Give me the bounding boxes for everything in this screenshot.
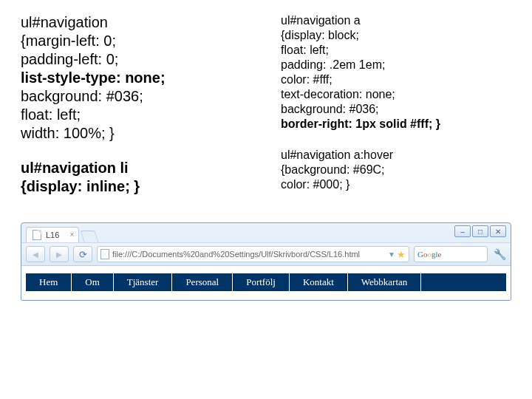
css-line: background: #036; <box>281 102 511 117</box>
nav-item-om[interactable]: Om <box>72 273 114 291</box>
nav-item-hem[interactable]: Hem <box>26 273 72 291</box>
window-minimize-button[interactable]: – <box>454 225 471 237</box>
css-line: {background: #69C; <box>281 163 511 177</box>
css-line: color: #000; } <box>281 177 511 192</box>
forward-button[interactable]: ► <box>50 246 69 262</box>
nav-item-personal[interactable]: Personal <box>172 273 233 291</box>
close-tab-icon[interactable]: × <box>70 231 75 239</box>
css-line: padding-left: 0; <box>21 50 251 69</box>
nav-item-portfolj[interactable]: Portfölj <box>233 273 290 291</box>
css-line: float: left; <box>21 106 251 124</box>
nav-item-tjanster[interactable]: Tjänster <box>114 273 173 291</box>
bookmark-star-icon[interactable]: ★ <box>397 249 406 260</box>
css-line: {display: block; <box>281 28 511 43</box>
css-selector: ul#navigation <box>21 13 251 32</box>
page-icon <box>100 249 109 259</box>
browser-toolbar: ◄ ► ⟳ file:///C:/Documents%20and%20Setti… <box>21 242 511 266</box>
css-selector: ul#navigation a:hover <box>281 148 511 163</box>
css-selector: ul#navigation a <box>281 13 511 28</box>
back-button[interactable]: ◄ <box>26 246 45 262</box>
css-line: border-right: 1px solid #fff; } <box>281 117 511 132</box>
browser-window: L16 × – □ ✕ ◄ ► ⟳ file:///C:/Documents%2… <box>21 222 511 301</box>
css-line: list-style-type: none; <box>21 69 251 87</box>
url-text: file:///C:/Documents%20and%20Settings/Ul… <box>112 250 386 259</box>
css-line: width: 100%; } <box>21 124 251 143</box>
new-tab-button[interactable] <box>81 231 99 242</box>
css-selector: ul#navigation li <box>21 159 251 177</box>
tab-title: L16 <box>46 231 59 239</box>
css-line: {margin-left: 0; <box>21 32 251 50</box>
css-line: text-decoration: none; <box>281 87 511 102</box>
window-maximize-button[interactable]: □ <box>472 225 488 237</box>
css-line: padding: .2em 1em; <box>281 58 511 72</box>
browser-tab[interactable]: L16 × <box>26 227 79 242</box>
nav-item-webbkartan[interactable]: Webbkartan <box>348 273 421 291</box>
search-box[interactable]: Google <box>414 246 488 262</box>
address-bar[interactable]: file:///C:/Documents%20and%20Settings/Ul… <box>97 246 409 262</box>
wrench-menu-icon[interactable]: 🔧 <box>494 248 506 260</box>
navigation-menu: Hem Om Tjänster Personal Portfölj Kontak… <box>26 273 506 291</box>
css-line: float: left; <box>281 43 511 58</box>
nav-item-kontakt[interactable]: Kontakt <box>290 273 348 291</box>
dropdown-icon[interactable]: ▾ <box>389 249 394 259</box>
window-close-button[interactable]: ✕ <box>490 225 506 237</box>
page-icon <box>33 230 41 240</box>
google-logo: Google <box>417 250 441 259</box>
css-line: background: #036; <box>21 87 251 106</box>
css-line: {display: inline; } <box>21 177 251 196</box>
css-line: color: #fff; <box>281 72 511 87</box>
page-content: Hem Om Tjänster Personal Portfölj Kontak… <box>21 266 511 300</box>
tab-bar: L16 × – □ ✕ <box>21 223 511 242</box>
reload-button[interactable]: ⟳ <box>73 246 92 262</box>
